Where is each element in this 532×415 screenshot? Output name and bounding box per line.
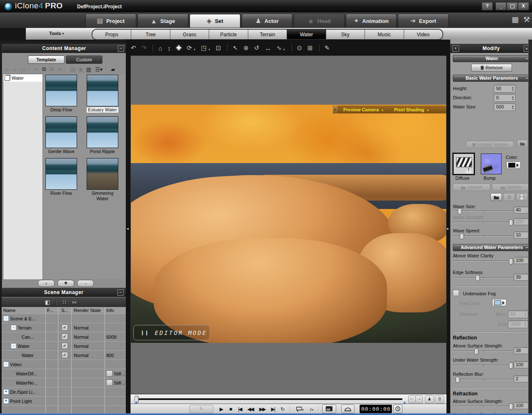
water-thumbnail[interactable] — [87, 158, 118, 190]
stop-button[interactable]: ■ — [229, 406, 232, 412]
template-pond-ripple[interactable]: Pond Ripple — [87, 116, 118, 154]
tab-actor[interactable]: ♟Actor — [242, 14, 292, 28]
chevron-down-icon[interactable]: ▾ — [194, 48, 195, 51]
add-to-scene-button[interactable]: ✚ — [57, 280, 74, 287]
table-row[interactable]: -Video — [2, 360, 126, 369]
viewport[interactable]: ▸ Preview Camera▾ Pixel Shading▾ ❙❙ EDIT… — [130, 55, 447, 394]
go-to-start-button[interactable]: |◀ — [238, 406, 241, 412]
undo-icon[interactable]: ↶ — [131, 44, 136, 52]
table-row[interactable]: +Dir./Spot Li... — [2, 387, 126, 397]
panel-menu-icon[interactable]: ▾ — [452, 45, 459, 52]
tab-set[interactable]: ◈Set — [190, 14, 240, 28]
reflection-above-value[interactable]: 38 — [514, 347, 529, 354]
subtab-terrain[interactable]: Terrain — [248, 30, 287, 39]
import-folder-icon[interactable]: ▰ — [111, 66, 115, 73]
remove-button[interactable]: Remove — [471, 64, 512, 72]
slider-handle[interactable] — [509, 403, 513, 410]
tools-menu[interactable]: Tools ▾ — [49, 31, 64, 36]
loop-toggle-icon[interactable]: ↻ — [280, 406, 285, 412]
refraction-above-slider[interactable] — [453, 406, 513, 407]
chevron-down-icon[interactable]: ▾ — [382, 108, 383, 112]
dome-stage-button[interactable] — [341, 405, 355, 413]
delete-item-icon[interactable]: ✕ — [57, 66, 62, 73]
select-same-icon[interactable]: ∷ — [62, 299, 66, 305]
wave-size-slider[interactable] — [453, 211, 513, 211]
table-row[interactable]: Can... ✔ Normal 5009 — [2, 332, 126, 342]
subtab-water[interactable]: Water — [287, 30, 326, 39]
template-river-flow[interactable]: River Flow — [45, 158, 77, 196]
delete-folder-icon[interactable]: ▱ — [12, 66, 17, 73]
home-view-icon[interactable]: ⌂ — [158, 45, 162, 52]
help-button[interactable]: ? — [482, 2, 493, 10]
slider-handle[interactable] — [509, 258, 513, 264]
list-view-icon[interactable]: ☰▾ — [95, 66, 102, 73]
rename-folder-icon[interactable]: ▭ — [20, 66, 25, 73]
wave-speed-value[interactable]: 10 — [514, 231, 529, 239]
above-water-clarity-slider[interactable] — [453, 261, 513, 262]
expander-icon[interactable]: - — [3, 362, 9, 367]
copy-icon[interactable]: ⧉ — [42, 66, 46, 73]
table-row[interactable]: -Scene & E... — [2, 314, 126, 323]
slider-handle[interactable] — [458, 208, 462, 214]
expander-icon[interactable]: - — [3, 316, 9, 321]
subtab-video[interactable]: Video — [404, 30, 442, 39]
rotate-tool-icon[interactable]: ↺ — [254, 44, 260, 52]
refraction-above-value[interactable]: 100 — [514, 402, 529, 409]
visibility-checkbox[interactable]: ✔ — [62, 334, 68, 340]
perspective-view-icon[interactable]: ◳ — [201, 44, 207, 52]
load-texture-folder-button[interactable] — [517, 140, 528, 147]
template-simmering-water[interactable]: Simmering Water — [87, 158, 118, 201]
preview-icon[interactable]: ▥ — [86, 66, 91, 73]
spin-down-icon[interactable]: ▼ — [512, 98, 514, 101]
tab-stage[interactable]: ▲Stage — [137, 14, 188, 28]
visibility-checkbox[interactable]: ✔ — [62, 352, 68, 358]
reflection-above-slider[interactable] — [453, 351, 513, 352]
pan-move-icon[interactable]: ✚ — [176, 44, 182, 52]
collapse-panel-icon[interactable]: − — [118, 45, 124, 52]
tab-animation[interactable]: ✦Animation — [346, 14, 397, 28]
bump-texture-slot[interactable] — [481, 153, 502, 174]
preview-bar-handle[interactable]: ▸ — [333, 106, 337, 113]
reflection-under-value[interactable]: 100 — [514, 361, 529, 368]
subtab-sky[interactable]: Sky — [326, 30, 365, 39]
go-to-end-button[interactable]: ▶| — [271, 406, 275, 412]
table-row[interactable]: -Water ✔ Normal — [2, 342, 126, 351]
fast-forward-button[interactable]: ▶▶ — [259, 406, 265, 412]
rewind-button[interactable]: ◀◀ — [247, 406, 253, 412]
restore-button[interactable] — [507, 2, 518, 10]
table-row[interactable]: WaterDif... Still .. — [2, 369, 126, 378]
paste-icon[interactable]: ⧉ — [50, 66, 54, 73]
wave-size-value[interactable]: 40 — [514, 206, 529, 214]
reflection-blur-slider[interactable] — [453, 379, 513, 380]
minimize-button[interactable]: _ — [495, 2, 507, 10]
subtab-props[interactable]: Props — [92, 30, 131, 39]
chevron-down-icon[interactable]: ▾ — [209, 48, 210, 51]
timeline-track[interactable] — [137, 398, 402, 400]
template-gentle-wave[interactable]: Gentle Wave — [45, 116, 77, 154]
water-thumbnail[interactable] — [87, 75, 118, 106]
expander-icon[interactable]: - — [11, 343, 16, 349]
close-button[interactable]: X — [518, 2, 529, 10]
underwater-fog-checkbox[interactable]: Underwater Fog — [453, 290, 530, 297]
speech-bubble-icon[interactable]: ▾ — [296, 407, 304, 412]
tab-custom[interactable]: Custom — [66, 55, 102, 64]
expander-icon[interactable]: + — [3, 389, 9, 395]
visibility-checkbox[interactable]: ✔ — [62, 324, 68, 331]
new-folder-icon[interactable]: ▱ — [5, 66, 9, 73]
collapse-panel-icon[interactable]: − — [117, 289, 124, 296]
water-thumbnail[interactable] — [45, 75, 77, 106]
tab-project[interactable]: ▤Project — [85, 14, 136, 28]
above-water-clarity-value[interactable]: 100 — [514, 257, 529, 264]
still-checkbox[interactable] — [106, 380, 112, 386]
scale-tool-icon[interactable]: ↔ — [265, 45, 271, 52]
expander-icon[interactable]: - — [11, 325, 16, 330]
spin-down-icon[interactable]: ▼ — [512, 107, 514, 110]
template-deep-flow[interactable]: Deep Flow — [45, 75, 77, 113]
motion-path-icon[interactable]: ∿ — [276, 44, 282, 52]
timeline-window-button[interactable] — [322, 405, 336, 413]
pixel-shading-selector[interactable]: Pixel Shading — [394, 107, 424, 112]
collapse-left-panel-icon[interactable]: ◂ — [127, 226, 129, 231]
diffuse-texture-slot[interactable] — [453, 153, 474, 174]
water-size-input[interactable]: 500▲▼ — [494, 103, 516, 111]
content-chest-icon[interactable]: ▦ — [512, 15, 519, 24]
